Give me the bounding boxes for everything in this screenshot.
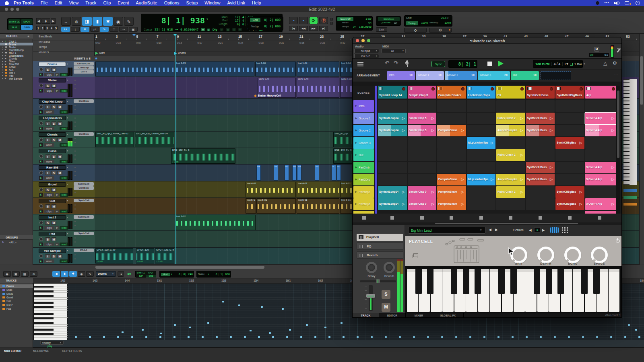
midi-note[interactable]: [189, 327, 191, 328]
count-off-button[interactable]: Count Off: [337, 17, 353, 21]
solo-button[interactable]: S: [45, 84, 50, 88]
volume-icon[interactable]: [614, 1, 620, 5]
midi-note[interactable]: [160, 333, 162, 334]
sidebar-track-sub[interactable]: Sub: [0, 68, 33, 71]
midi-note[interactable]: [216, 336, 218, 338]
zoom-preset-3-button[interactable]: 3: [45, 26, 49, 30]
zoom-preset-4-button[interactable]: 4: [50, 26, 54, 30]
midi-note[interactable]: [483, 336, 485, 338]
note-icon[interactable]: ♪: [207, 29, 210, 31]
main-counter[interactable]: 8| 1| 938: [144, 16, 205, 25]
scene-column-header-syntakt-loop-14[interactable]: Syntakt Loop 14: [378, 86, 407, 99]
track-name-pill[interactable]: Shake: [39, 78, 66, 82]
cell-play-icon[interactable]: ▷: [550, 177, 554, 182]
cell-play-icon[interactable]: ▷: [612, 128, 616, 133]
scene-cell-empty[interactable]: [378, 174, 407, 185]
midi-track-midi1[interactable]: MIDI1: [0, 292, 33, 296]
column-record-dot[interactable]: [402, 87, 405, 90]
input-monitor-button[interactable]: I: [45, 138, 50, 142]
zoomer-tool-button[interactable]: ⊕: [72, 17, 81, 26]
clip-ra[interactable]: Ra: [274, 165, 278, 181]
undo-icon[interactable]: ↶: [385, 60, 391, 67]
track-name-pill[interactable]: Drums: [39, 62, 66, 66]
midi-mode-spot[interactable]: SPOT: [146, 272, 156, 274]
automation-mode-button[interactable]: read: [60, 210, 68, 213]
volume-fader-cap[interactable]: [366, 294, 375, 298]
scene-cell-5-over-4-arp[interactable]: 5 Over 4 Arp▷: [585, 125, 617, 136]
mute-button[interactable]: M: [57, 154, 62, 158]
midi-note[interactable]: [250, 330, 252, 331]
group-item-0[interactable]: <ALL>: [0, 241, 33, 244]
scene-cell-5-over-4-arp[interactable]: 5 Over 4 Arp▷: [585, 162, 617, 173]
menu-item-event[interactable]: Event: [118, 0, 129, 6]
midi-keyboard-mini-icon[interactable]: ▦: [21, 271, 29, 277]
insert-slot-playcell[interactable]: PlayCell: [357, 234, 403, 241]
timebase-icon[interactable]: ▭: [201, 28, 205, 31]
automation-icon[interactable]: [39, 259, 43, 263]
clip-inst-5-c[interactable]: Inst 5-C: [246, 198, 256, 214]
midi-grid-value[interactable]: 0| 0| 240: [175, 273, 193, 276]
scene-cell-synthcllbgbss[interactable]: SynthCllBgBss▷: [555, 198, 584, 210]
mute-button[interactable]: M: [51, 237, 56, 241]
transport-stack-button-1[interactable]: [330, 18, 333, 21]
cell-play-icon[interactable]: ▷: [431, 116, 436, 121]
track-options-icon[interactable]: ▾: [67, 78, 70, 82]
piano-black-key[interactable]: [593, 269, 600, 294]
mute-button[interactable]: M: [51, 188, 56, 192]
midi-note[interactable]: [341, 322, 343, 324]
cell-play-icon[interactable]: ▷: [550, 128, 554, 133]
input-monitor-button[interactable]: I: [45, 254, 50, 258]
track-view-selector[interactable]: wave: [44, 176, 54, 180]
scene-stop-button[interactable]: [390, 216, 394, 220]
sidebar-track-midi-1[interactable]: MIDI 1: [0, 51, 33, 54]
mode-slip-button[interactable]: SLIP: [8, 25, 20, 30]
scene-cell-syntaktloop14[interactable]: SyntaktLoop14▷: [378, 113, 407, 124]
playlist-button[interactable]: p: [55, 226, 59, 230]
scene-row-play-icon[interactable]: ▶: [355, 141, 358, 145]
midi-note[interactable]: [282, 308, 284, 310]
scene-stop-button[interactable]: [479, 216, 483, 220]
clip-inst-1-04[interactable]: Inst 1-04: [340, 62, 353, 76]
mute-button[interactable]: M: [57, 171, 62, 175]
automation-icon[interactable]: [39, 210, 43, 213]
menu-item-window[interactable]: Window: [204, 0, 220, 6]
midi-note[interactable]: [300, 336, 302, 338]
midi-note[interactable]: [174, 324, 176, 326]
arrangement-block-intro[interactable]: Intro1X: [387, 71, 415, 80]
midi-note[interactable]: [122, 331, 124, 333]
mute-button[interactable]: M: [51, 68, 56, 72]
scene-stop-button[interactable]: [598, 216, 601, 220]
track-header-raw-808[interactable]: Raw 808▾ISMwaveread: [33, 165, 95, 181]
counter-mini-3[interactable]: M: [238, 28, 242, 31]
edit-toggle-1[interactable]: ↕: [71, 27, 80, 32]
scene-cell-empty[interactable]: [437, 100, 466, 112]
cell-play-icon[interactable]: ▷: [580, 141, 584, 146]
scene-row-play-icon[interactable]: ▶: [355, 166, 358, 170]
scene-cell-empty[interactable]: [378, 149, 407, 161]
wrench-icon[interactable]: [617, 48, 621, 53]
send-knob-delay[interactable]: [366, 262, 377, 273]
insert-chnlstrp[interactable]: ChnlStrp: [74, 99, 94, 103]
scene-row-play-icon[interactable]: ▶: [355, 178, 358, 182]
column-record-dot[interactable]: [580, 87, 583, 90]
scene-row-groove-2[interactable]: ▶Groove 2: [353, 125, 374, 136]
scene-cell-pumpkinshakr[interactable]: PumpkinShakr▷: [437, 186, 466, 198]
track-view-selector[interactable]: clips: [44, 210, 54, 213]
midi-note[interactable]: [103, 336, 105, 338]
automation-icon[interactable]: [39, 226, 43, 230]
scene-cell-empty[interactable]: [467, 100, 496, 112]
midi-note[interactable]: [610, 336, 612, 338]
input-monitor-button[interactable]: I: [45, 154, 50, 158]
insert-synthcell[interactable]: SynthCell: [74, 215, 94, 219]
clip-inst-5-01[interactable]: Inst 5-01: [256, 198, 296, 214]
edit-hscrollbar-thumb[interactable]: [95, 266, 264, 269]
insert-synthcell[interactable]: SynthCell: [74, 232, 94, 235]
scene-cell-5-over-4-arp[interactable]: 5 Over 4 Arp▷: [585, 113, 617, 124]
insert-chnlstrp[interactable]: ChnlStrp: [74, 66, 94, 70]
midi-mode-grid[interactable]: GRID: [146, 275, 156, 278]
cell-play-icon[interactable]: ▷: [580, 202, 584, 207]
record-enable-button[interactable]: [39, 105, 43, 109]
sync-button[interactable]: Sync: [431, 61, 445, 67]
scene-cell-pumpkinshakr[interactable]: PumpkinShakr▷: [437, 198, 466, 210]
metronome-icon[interactable]: △: [603, 60, 609, 68]
